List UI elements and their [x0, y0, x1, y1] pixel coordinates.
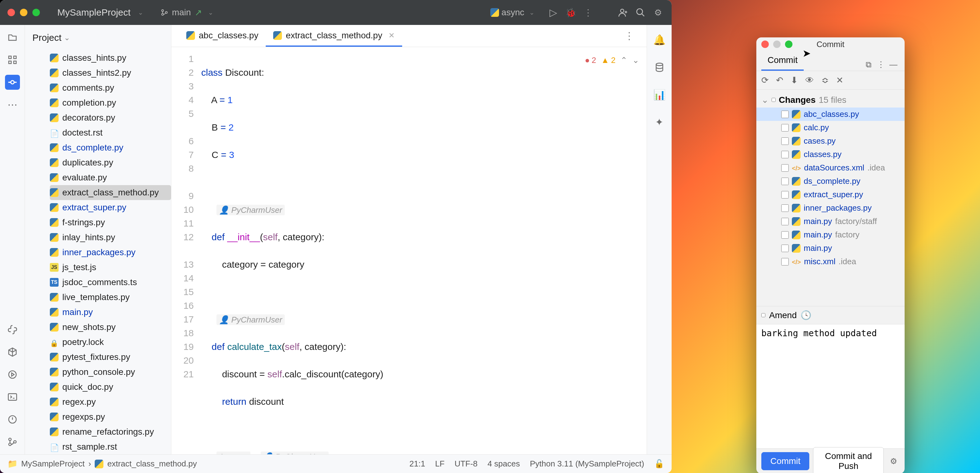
commit-file-item[interactable]: classes.py: [756, 148, 905, 161]
commit-settings-icon[interactable]: ⚙: [888, 454, 900, 469]
encoding[interactable]: UTF-8: [455, 459, 477, 469]
more-icon[interactable]: ⋮: [875, 58, 887, 71]
python-console-button[interactable]: [5, 322, 20, 337]
more-tool-button[interactable]: ⋯: [5, 97, 20, 112]
file-tree[interactable]: classes_hints.pyclasses_hints2.pycomment…: [25, 51, 171, 454]
database-icon[interactable]: [652, 60, 667, 75]
close-tab-icon[interactable]: ✕: [388, 31, 395, 40]
file-checkbox[interactable]: [781, 204, 789, 212]
add-user-icon[interactable]: [617, 6, 629, 19]
structure-tool-button[interactable]: [5, 53, 20, 67]
amend-checkbox[interactable]: [761, 313, 765, 317]
interpreter[interactable]: Python 3.11 (MySampleProject): [530, 459, 644, 469]
file-checkbox[interactable]: [781, 258, 789, 266]
packages-button[interactable]: [5, 345, 20, 360]
file-tree-item[interactable]: duplicates.py: [50, 155, 171, 170]
changes-header[interactable]: ⌄ Changes 15 files: [756, 92, 905, 107]
line-separator[interactable]: LF: [435, 459, 444, 469]
close-commit-icon[interactable]: ✕: [836, 75, 843, 85]
project-name[interactable]: MySampleProject: [57, 7, 130, 18]
minimize-panel-icon[interactable]: —: [887, 58, 900, 71]
file-checkbox[interactable]: [781, 151, 789, 158]
file-checkbox[interactable]: [781, 218, 789, 225]
commit-file-item[interactable]: main.py factory: [756, 228, 905, 242]
code[interactable]: class Discount: A = 1 B = 2 C = 3 👤 PyCh…: [201, 47, 647, 454]
branch-widget[interactable]: main ↗ ⌄: [161, 8, 213, 18]
file-tree-item[interactable]: regexps.py: [50, 409, 171, 424]
services-button[interactable]: [5, 367, 20, 382]
commit-file-item[interactable]: dataSources.xml .idea: [756, 161, 905, 175]
tab-commit[interactable]: Commit: [761, 51, 804, 71]
chevron-down-icon[interactable]: ⌄: [138, 9, 143, 16]
more-actions-icon[interactable]: ⋮: [582, 6, 594, 19]
file-tree-item[interactable]: live_templates.py: [50, 290, 171, 305]
maximize-window-icon[interactable]: [32, 9, 40, 16]
open-diff-icon[interactable]: ⧉: [862, 58, 875, 71]
project-pane-header[interactable]: Project ⌄: [25, 25, 171, 51]
project-tool-button[interactable]: [5, 30, 20, 45]
editor[interactable]: ● 2 ▲ 2 ⌃ ⌄ 1234567891011121314151617181…: [171, 47, 647, 454]
file-tree-item[interactable]: JSjs_test.js: [50, 260, 171, 275]
commit-file-item[interactable]: misc.xml .idea: [756, 255, 905, 268]
minimize-window-icon[interactable]: [20, 9, 27, 16]
file-checkbox[interactable]: [781, 124, 789, 132]
maximize-icon[interactable]: [785, 40, 792, 48]
file-tree-item[interactable]: new_shots.py: [50, 320, 171, 334]
file-tree-item[interactable]: doctest.rst: [50, 125, 171, 140]
commit-button[interactable]: Commit: [761, 452, 809, 470]
editor-tab[interactable]: abc_classes.py: [179, 25, 266, 47]
changes-checkbox[interactable]: [772, 98, 776, 102]
notifications-icon[interactable]: 🔔: [652, 32, 667, 47]
changes-list[interactable]: ⌄ Changes 15 files abc_classes.pycalc.py…: [756, 90, 905, 306]
breadcrumb[interactable]: 📁MySampleProject › extract_class_method.…: [8, 459, 197, 469]
history-icon[interactable]: 🕓: [800, 310, 811, 320]
tabs-more-icon[interactable]: ⋮: [619, 25, 639, 47]
file-tree-item[interactable]: classes_hints.py: [50, 51, 171, 65]
file-tree-item[interactable]: rename_refactorings.py: [50, 424, 171, 440]
debug-button[interactable]: 🐞: [565, 6, 577, 19]
file-tree-item[interactable]: completion.py: [50, 96, 171, 110]
changelist-icon[interactable]: ≎: [821, 75, 829, 85]
ai-assistant-icon[interactable]: ✦: [652, 115, 667, 130]
refresh-icon[interactable]: ⟳: [761, 75, 768, 85]
commit-file-item[interactable]: ds_complete.py: [756, 175, 905, 188]
tab-shelf[interactable]: [804, 61, 816, 71]
file-checkbox[interactable]: [781, 137, 789, 145]
show-diff-icon[interactable]: ⬇: [791, 75, 798, 85]
commit-file-item[interactable]: abc_classes.py: [756, 107, 905, 121]
rollback-icon[interactable]: ↶: [776, 75, 783, 85]
commit-tool-button[interactable]: [5, 75, 20, 90]
coverage-icon[interactable]: 📊: [652, 87, 667, 102]
run-button[interactable]: ▷: [547, 6, 560, 19]
commit-file-item[interactable]: cases.py: [756, 134, 905, 148]
minimize-icon[interactable]: [773, 40, 781, 48]
vcs-button[interactable]: [5, 434, 20, 449]
settings-icon[interactable]: ⚙: [652, 6, 664, 19]
commit-titlebar[interactable]: Commit: [756, 37, 905, 51]
file-tree-item[interactable]: quick_doc.py: [50, 379, 171, 395]
file-checkbox[interactable]: [781, 164, 789, 172]
search-icon[interactable]: [634, 6, 647, 19]
file-tree-item[interactable]: inlay_hints.py: [50, 230, 171, 245]
file-tree-item[interactable]: pytest_fixtures.py: [50, 350, 171, 365]
commit-and-push-button[interactable]: Commit and Push: [813, 447, 884, 473]
close-icon[interactable]: [761, 40, 769, 48]
file-tree-item[interactable]: extract_class_method.py: [50, 185, 171, 200]
commit-file-item[interactable]: main.py: [756, 242, 905, 255]
file-checkbox[interactable]: [781, 231, 789, 239]
file-tree-item[interactable]: regex.py: [50, 395, 171, 409]
file-tree-item[interactable]: inner_packages.py: [50, 245, 171, 260]
file-checkbox[interactable]: [781, 178, 789, 185]
file-tree-item[interactable]: decorators.py: [50, 110, 171, 125]
commit-file-item[interactable]: extract_super.py: [756, 188, 905, 201]
run-config-selector[interactable]: async ⌄: [490, 8, 535, 18]
file-tree-item[interactable]: main.py: [50, 305, 171, 320]
file-tree-item[interactable]: poetry.lock: [50, 334, 171, 350]
commit-file-item[interactable]: main.py factory/staff: [756, 215, 905, 228]
commit-message-input[interactable]: [761, 328, 900, 444]
file-tree-item[interactable]: python_console.py: [50, 365, 171, 379]
file-checkbox[interactable]: [781, 245, 789, 252]
file-checkbox[interactable]: [781, 191, 789, 199]
readonly-icon[interactable]: 🔓: [654, 459, 664, 469]
file-tree-item[interactable]: comments.py: [50, 80, 171, 96]
